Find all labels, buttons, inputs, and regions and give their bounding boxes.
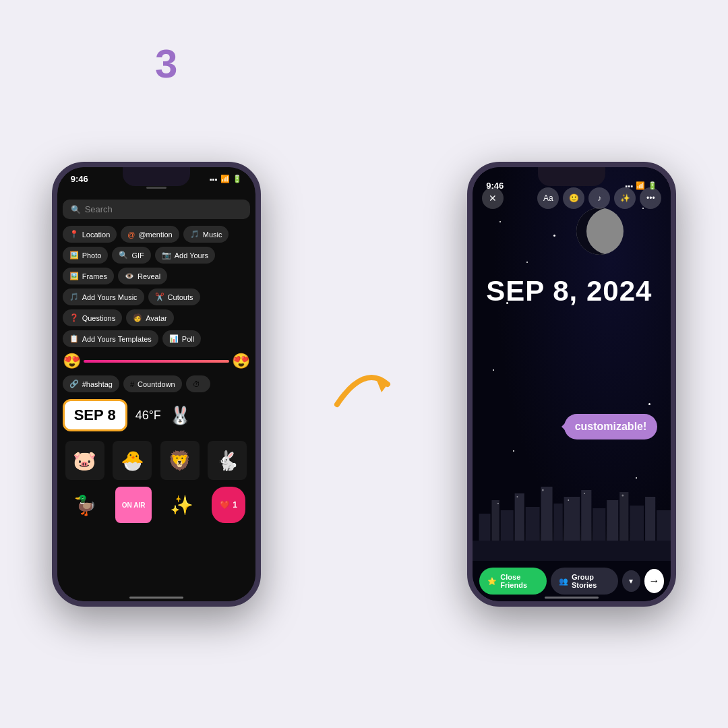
date-sticker[interactable]: SEP 8 xyxy=(63,399,127,431)
main-container: 3 9:46 ▪▪▪ 📶 🔋 🔍 Search xyxy=(0,0,728,728)
poll-label: Poll xyxy=(182,335,194,343)
date-sticker-value: SEP 8 xyxy=(74,406,116,424)
sticker-reveal[interactable]: 👁️ Reveal xyxy=(118,268,167,284)
mention-label: @mention xyxy=(138,231,172,239)
customizable-badge: customizable! xyxy=(564,414,658,439)
battery-icon-right: 🔋 xyxy=(648,181,657,190)
arrow-svg xyxy=(324,351,404,431)
phone-notch-left xyxy=(123,167,190,186)
group-icon: 👥 xyxy=(559,577,568,586)
sticker-countdown[interactable]: ⏱ xyxy=(186,375,210,392)
cutouts-icon: ✂️ xyxy=(155,293,164,301)
status-icons-right: ▪▪▪ 📶 🔋 xyxy=(626,181,658,190)
star-burst-sticker: ✨ xyxy=(164,487,200,523)
search-placeholder: Search xyxy=(85,204,113,214)
wifi-icon: 📶 xyxy=(220,175,230,183)
left-phone: 9:46 ▪▪▪ 📶 🔋 🔍 Search xyxy=(52,162,261,607)
wifi-icon-right: 📶 xyxy=(636,181,645,190)
avatar-label: Avatar xyxy=(146,314,167,322)
sticker-photo[interactable]: 🖼️ Photo xyxy=(63,247,109,264)
sticker-picker: 🔍 Search 📍 Location @ @mention 🎵 xyxy=(57,194,255,601)
status-bar-right: 9:46 ▪▪▪ 📶 🔋 xyxy=(473,174,671,193)
frames-icon: 🖼️ xyxy=(69,272,79,280)
gif-label: GIF xyxy=(131,251,144,260)
star-close-friends-icon: ⭐ xyxy=(487,577,497,586)
sticker-location[interactable]: 📍 Location xyxy=(63,226,117,243)
sticker-gif[interactable]: 🔍 GIF xyxy=(112,247,150,264)
sticker-add-yours-templates[interactable]: 📋 Add Yours Templates xyxy=(63,330,158,347)
link-label: #hashtag xyxy=(82,380,113,388)
status-time-right: 9:46 xyxy=(486,181,504,191)
left-phone-screen: 9:46 ▪▪▪ 📶 🔋 🔍 Search xyxy=(57,167,255,601)
sticker-link[interactable]: 🔗 #hashtag xyxy=(63,375,119,392)
add-yours-templates-label: Add Yours Templates xyxy=(82,335,152,343)
sticker-add-yours[interactable]: 📷 Add Yours xyxy=(155,247,215,264)
sticker-add-yours-music[interactable]: 🎵 Add Yours Music xyxy=(63,289,144,305)
battery-icon: 🔋 xyxy=(233,175,242,183)
sticker-questions[interactable]: ❓ Questions xyxy=(63,309,123,326)
hashtag-label: Countdown xyxy=(138,380,175,388)
next-button[interactable]: → xyxy=(644,569,665,593)
sticker-animal-3: 🦁 xyxy=(160,441,200,480)
search-bar[interactable]: 🔍 Search xyxy=(63,200,250,219)
sticker-images-row: 🐷 🐣 🦁 🐇 xyxy=(63,441,250,480)
on-air-label: ON AIR xyxy=(122,502,146,509)
emoji-slider-row: 😍 😍 xyxy=(63,353,250,370)
sticker-hashtag[interactable]: # Countdown xyxy=(123,375,182,392)
svg-point-19 xyxy=(517,496,518,497)
music-icon: 🎵 xyxy=(190,230,200,239)
hashtag-icon: # xyxy=(130,380,134,388)
emoji-right: 😍 xyxy=(232,353,250,370)
home-indicator-right xyxy=(545,597,599,599)
location-icon: 📍 xyxy=(69,230,79,239)
emoji-left: 😍 xyxy=(63,353,81,370)
sticker-avatar[interactable]: 🧑 Avatar xyxy=(126,309,174,326)
customizable-label: customizable! xyxy=(575,421,647,432)
signal-icon: ▪▪▪ xyxy=(210,175,218,183)
sticker-frames[interactable]: 🖼️ Frames xyxy=(63,268,114,284)
questions-label: Questions xyxy=(82,314,116,322)
skyline-svg xyxy=(473,460,671,561)
drag-handle xyxy=(146,187,166,189)
story-bottom-bar: ⭐ Close Friends 👥 Group Stories ▾ → xyxy=(473,568,671,595)
status-icons-left: ▪▪▪ 📶 🔋 xyxy=(210,175,242,183)
photo-label: Photo xyxy=(82,251,102,260)
like-button-sticker[interactable]: ❤️ 1 xyxy=(212,487,245,523)
temp-sticker-value: 46°F xyxy=(135,408,161,422)
countdown-icon: ⏱ xyxy=(193,380,200,388)
link-icon: 🔗 xyxy=(69,380,79,388)
location-label: Location xyxy=(82,231,111,239)
reveal-label: Reveal xyxy=(138,272,160,280)
sticker-poll[interactable]: 📊 Poll xyxy=(162,330,201,347)
right-phone: 9:46 ▪▪▪ 📶 🔋 xyxy=(467,162,676,607)
reveal-icon: 👁️ xyxy=(125,272,134,280)
expand-button[interactable]: ▾ xyxy=(622,570,640,592)
sticker-music[interactable]: 🎵 Music xyxy=(183,226,229,243)
add-yours-label: Add Yours xyxy=(175,251,208,260)
city-skyline xyxy=(473,460,671,561)
sticker-bottom-row: 🦆 ON AIR ✨ ❤️ 1 xyxy=(63,487,250,523)
like-count: 1 xyxy=(233,500,237,510)
svg-rect-17 xyxy=(473,541,671,561)
on-air-sticker: ON AIR xyxy=(115,487,152,523)
close-friends-button[interactable]: ⭐ Close Friends xyxy=(479,568,547,595)
add-yours-icon: 📷 xyxy=(162,251,171,260)
heart-icon: ❤️ xyxy=(220,500,230,510)
sticker-animal-2: 🐣 xyxy=(113,441,152,480)
sticker-cutouts[interactable]: ✂️ Cutouts xyxy=(148,289,200,305)
sticker-mention[interactable]: @ @mention xyxy=(121,226,179,243)
add-yours-templates-icon: 📋 xyxy=(69,334,79,343)
questions-icon: ❓ xyxy=(69,313,79,322)
date-temp-row: SEP 8 46°F 🐰 xyxy=(63,399,250,431)
group-stories-button[interactable]: 👥 Group Stories xyxy=(551,568,618,595)
svg-point-22 xyxy=(584,493,585,494)
sticker-animal-1: 🐷 xyxy=(65,441,104,480)
temp-sticker[interactable]: 46°F xyxy=(131,403,165,428)
step-number: 3 xyxy=(155,40,177,87)
cutouts-label: Cutouts xyxy=(168,293,193,301)
gif-icon: 🔍 xyxy=(119,251,128,260)
moon xyxy=(576,208,624,255)
mention-icon: @ xyxy=(127,231,135,239)
emoji-slider[interactable] xyxy=(84,360,229,363)
right-phone-screen: 9:46 ▪▪▪ 📶 🔋 xyxy=(473,167,671,601)
